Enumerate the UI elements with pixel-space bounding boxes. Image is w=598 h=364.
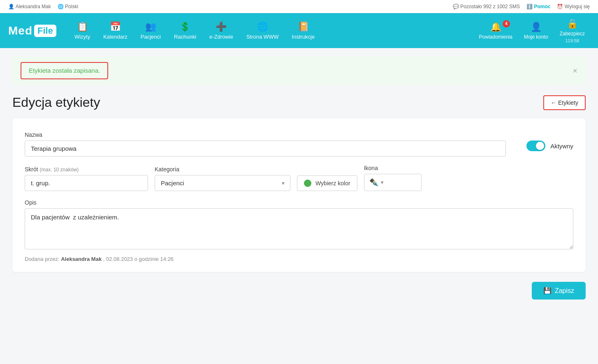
ikona-button[interactable]: ✒️ ▼ <box>364 174 422 191</box>
success-message: Etykieta została zapisana. <box>29 67 100 74</box>
nav-kalendarz-label: Kalendarz <box>103 34 127 40</box>
nav-rachunki-label: Rachunki <box>174 34 196 40</box>
page-title: Edycja etykiety <box>12 95 100 110</box>
kolor-group: Wybierz kolor <box>297 175 357 191</box>
main-content: Etykieta została zapisana. × Edycja etyk… <box>0 48 598 364</box>
nav-pacjenci[interactable]: 👥 Pacjenci <box>135 18 167 43</box>
kolor-button[interactable]: Wybierz kolor <box>297 175 357 191</box>
ikona-icon: ✒️ <box>369 178 378 187</box>
user-info: 👤 Aleksandra Mak <box>8 4 51 9</box>
notification-badge: 4 <box>503 20 510 28</box>
nazwa-input[interactable] <box>25 141 506 157</box>
back-to-etykiety-button[interactable]: ← Etykiety <box>543 95 586 110</box>
account-icon: 👤 <box>531 22 542 32</box>
zabezpiecz-time: 119:58 <box>565 38 579 43</box>
rachunki-icon: 💲 <box>179 21 190 32</box>
clock-icon: ⏰ <box>557 4 563 9</box>
save-label: Zapisz <box>555 287 574 295</box>
pacjenci-icon: 👥 <box>145 21 156 32</box>
nav-kalendarz[interactable]: 📅 Kalendarz <box>97 18 133 43</box>
kategoria-label: Kategoria <box>155 166 290 173</box>
aktywny-toggle-group: Aktywny <box>526 131 573 151</box>
top-bar-right: 💬 Pozostało 992 z 1002 SMS ℹ️ Pomoc ⏰ Wy… <box>453 4 590 9</box>
ezdrowie-icon: ➕ <box>216 21 227 32</box>
aktywny-toggle[interactable] <box>526 141 545 151</box>
nav-ezdrowie-label: e-Zdrowie <box>209 34 233 40</box>
lock-icon: 🔒 <box>567 18 578 29</box>
form-meta: Dodana przez: Aleksandra Mak , 02.08.202… <box>25 256 573 262</box>
nav-powiadomienia[interactable]: 🔔 4 Powiadomienia <box>474 18 517 43</box>
success-banner-box: Etykieta została zapisana. <box>21 62 108 79</box>
sms-info: 💬 Pozostało 992 z 1002 SMS <box>453 4 520 9</box>
instrukcje-icon: 📔 <box>298 21 309 32</box>
user-icon: 👤 <box>8 4 14 9</box>
top-bar: 👤 Aleksandra Mak 🌐 Polski 💬 Pozostało 99… <box>0 0 598 13</box>
opis-group: Opis Dla pacjentów z uzależnieniem. <box>25 199 573 249</box>
nav-instrukcje[interactable]: 📔 Instrukcje <box>286 18 321 43</box>
skrot-input[interactable] <box>25 175 148 191</box>
bell-icon: 🔔 <box>490 22 501 32</box>
nazwa-group: Nazwa <box>25 131 506 157</box>
chat-icon: 💬 <box>453 4 459 9</box>
ikona-caret-icon: ▼ <box>380 180 385 185</box>
opis-textarea[interactable]: Dla pacjentów z uzależnieniem. <box>25 208 573 249</box>
page-header: Edycja etykiety ← Etykiety <box>12 95 586 110</box>
moje-konto-label: Moje konto <box>524 34 548 40</box>
help-icon: ℹ️ <box>526 4 533 9</box>
save-row: 💾 Zapisz <box>12 282 586 299</box>
logo-med: Med <box>8 24 32 37</box>
skrot-hint: (max. 10 znaków) <box>40 167 79 173</box>
nav-items: 📋 Wizyty 📅 Kalendarz 👥 Pacjenci 💲 Rachun… <box>69 18 474 43</box>
zabezpiecz-label: Zabezpiecz <box>560 31 585 37</box>
aktywny-label: Aktywny <box>550 143 573 150</box>
powiadomienia-label: Powiadomienia <box>479 34 512 40</box>
nav-wizyty[interactable]: 📋 Wizyty <box>69 18 96 43</box>
kolor-label: Wybierz kolor <box>315 180 350 187</box>
logo-file: File <box>34 25 56 37</box>
kalendarz-icon: 📅 <box>110 21 121 32</box>
nav-rachunki[interactable]: 💲 Rachunki <box>168 18 202 43</box>
meta-author: Aleksandra Mak <box>61 256 102 262</box>
kategoria-select-wrapper: Pacjenci Wizyty Rachunki <box>155 175 290 191</box>
logout-link[interactable]: ⏰ Wyloguj się <box>557 4 590 9</box>
language-info[interactable]: 🌐 Polski <box>58 4 78 9</box>
form-card: Nazwa Aktywny Skrót (max. 10 znaków) Kat… <box>12 118 586 272</box>
opis-label: Opis <box>25 199 573 206</box>
help-link[interactable]: ℹ️ Pomoc <box>526 4 550 9</box>
nav-instrukcje-label: Instrukcje <box>292 34 315 40</box>
wizyty-icon: 📋 <box>77 21 88 32</box>
globe-icon: 🌐 <box>58 4 64 9</box>
navbar: Med File 📋 Wizyty 📅 Kalendarz 👥 Pacjenci… <box>0 13 598 48</box>
logo[interactable]: Med File <box>8 24 56 37</box>
nav-wizyty-label: Wizyty <box>74 34 90 40</box>
ikona-group: Ikona ✒️ ▼ <box>364 165 422 191</box>
top-bar-left: 👤 Aleksandra Mak 🌐 Polski <box>8 4 78 9</box>
save-icon: 💾 <box>543 287 552 295</box>
close-button[interactable]: × <box>573 66 577 76</box>
nav-moje-konto[interactable]: 👤 Moje konto <box>519 18 553 43</box>
form-row-skrot: Skrót (max. 10 znaków) Kategoria Pacjenc… <box>25 165 573 191</box>
ikona-label: Ikona <box>364 165 422 171</box>
kategoria-select[interactable]: Pacjenci Wizyty Rachunki <box>155 175 290 191</box>
save-button[interactable]: 💾 Zapisz <box>532 282 586 299</box>
form-row-nazwa: Nazwa Aktywny <box>25 131 573 157</box>
nav-ezdrowie[interactable]: ➕ e-Zdrowie <box>204 18 239 43</box>
color-dot <box>304 180 311 187</box>
nav-strona-label: Strona WWW <box>246 34 279 40</box>
skrot-label: Skrót (max. 10 znaków) <box>25 166 148 173</box>
meta-date: , 02.08.2023 o godzinie 14:26 <box>102 256 174 262</box>
strona-icon: 🌐 <box>257 21 268 32</box>
nav-right: 🔔 4 Powiadomienia 👤 Moje konto 🔒 Zabezpi… <box>474 15 590 46</box>
nav-pacjenci-label: Pacjenci <box>141 34 161 40</box>
nazwa-label: Nazwa <box>25 131 506 138</box>
success-banner-wrapper: Etykieta została zapisana. × <box>12 56 586 85</box>
skrot-group: Skrót (max. 10 znaków) <box>25 166 148 191</box>
nav-strona-www[interactable]: 🌐 Strona WWW <box>241 18 285 43</box>
nav-zabezpiecz[interactable]: 🔒 Zabezpiecz 119:58 <box>555 15 590 46</box>
kategoria-group: Kategoria Pacjenci Wizyty Rachunki <box>155 166 290 191</box>
